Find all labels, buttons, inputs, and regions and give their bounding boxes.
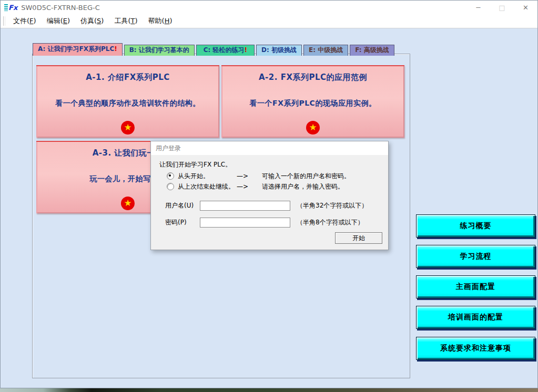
side-button-system-requirements[interactable]: 系统要求和注意事项 xyxy=(416,337,535,360)
menu-help[interactable]: 帮助(H) xyxy=(143,16,178,26)
username-input[interactable] xyxy=(200,201,290,211)
tab-f-advanced-challenge[interactable]: F: 高级挑战 xyxy=(350,45,394,56)
fx-icon-text: Fx xyxy=(8,4,17,11)
fx-icon-stripes xyxy=(4,4,8,11)
side-button-main-screen-config[interactable]: 主画面配置 xyxy=(416,275,535,298)
user-login-dialog: 用户登录 让我们开始学习FX PLC。 从头开始。 —> 可输入一个新的用户名和… xyxy=(150,141,389,250)
maximize-button[interactable]: □ xyxy=(490,1,514,14)
option-start-from-beginning[interactable]: 从头开始。 —> 可输入一个新的用户名和密码。 xyxy=(167,172,350,180)
lesson-card-description: 看一个FX系列PLC的现场应用实例。 xyxy=(221,99,404,108)
tab-b-learn-basics[interactable]: B: 让我们学习基本的 xyxy=(124,45,195,56)
radio-start-from-beginning[interactable] xyxy=(167,172,174,180)
dialog-titlebar[interactable]: 用户登录 xyxy=(151,141,388,155)
password-label: 密码(P) xyxy=(165,218,200,227)
lesson-star-icon[interactable]: ★ xyxy=(306,121,320,135)
window-titlebar[interactable]: Fx SW0D5C-FXTRN-BEG-C ─ □ ✕ xyxy=(1,1,537,14)
lesson-card-title: A-1. 介绍FX系列PLC xyxy=(36,66,219,82)
arrow-glyph: —> xyxy=(237,183,262,190)
side-button-learning-process[interactable]: 学习流程 xyxy=(416,245,535,268)
tab-c-easy-practice[interactable]: C: 轻松的练习! xyxy=(196,45,255,56)
menu-file[interactable]: 文件(F) xyxy=(8,16,42,26)
password-row: 密码(P) （半角8个字符或以下） xyxy=(165,216,364,228)
lesson-card-description: 看一个典型的顺序动作及培训软件的结构。 xyxy=(36,99,219,108)
dialog-body: 让我们开始学习FX PLC。 从头开始。 —> 可输入一个新的用户名和密码。 从… xyxy=(151,155,388,249)
dialog-title: 用户登录 xyxy=(156,144,181,153)
menu-simulation[interactable]: 仿真(S) xyxy=(75,16,109,26)
app-window: Fx SW0D5C-FXTRN-BEG-C ─ □ ✕ 文件(F) 编辑(E) … xyxy=(0,0,538,388)
menu-tools[interactable]: 工具(T) xyxy=(109,16,143,26)
tab-d-beginner-challenge[interactable]: D: 初级挑战 xyxy=(256,45,302,56)
lesson-card-title: A-2. FX系列PLC的应用范例 xyxy=(221,66,404,82)
username-row: 用户名(U) （半角32个字符或以下） xyxy=(165,200,368,211)
side-button-training-screen-config[interactable]: 培训画面的配置 xyxy=(416,306,535,329)
dialog-intro-text: 让我们开始学习FX PLC。 xyxy=(159,160,231,169)
app-fx-icon: Fx xyxy=(4,3,17,12)
arrow-glyph: —> xyxy=(237,172,262,180)
menu-edit[interactable]: 编辑(E) xyxy=(42,16,75,26)
password-note: （半角8个字符或以下） xyxy=(297,218,364,227)
option-continue-from-last[interactable]: 从上次结束处继续。 —> 请选择用户名，并输入密码。 xyxy=(167,182,344,191)
lesson-star-icon[interactable]: ★ xyxy=(121,121,135,135)
tab-e-intermediate-challenge[interactable]: E: 中级挑战 xyxy=(303,45,348,56)
password-input[interactable] xyxy=(200,218,290,228)
side-button-exercise-overview[interactable]: 练习概要 xyxy=(416,214,535,238)
minimize-button[interactable]: ─ xyxy=(466,1,490,14)
window-title: SW0D5C-FXTRN-BEG-C xyxy=(21,4,99,12)
username-label: 用户名(U) xyxy=(165,201,200,210)
lesson-card-a1[interactable]: A-1. 介绍FX系列PLC 看一个典型的顺序动作及培训软件的结构。 ★ xyxy=(36,65,219,138)
start-button[interactable]: 开始 xyxy=(335,232,382,244)
tab-a-learn-fx-plc[interactable]: A: 让我们学习FX系列PLC! xyxy=(33,43,123,56)
lesson-tab-strip: A: 让我们学习FX系列PLC! B: 让我们学习基本的 C: 轻松的练习! D… xyxy=(33,43,396,56)
username-note: （半角32个字符或以下） xyxy=(297,201,368,210)
menubar-grip[interactable] xyxy=(3,16,5,26)
lesson-star-icon[interactable]: ★ xyxy=(121,197,135,210)
menu-bar: 文件(F) 编辑(E) 仿真(S) 工具(T) 帮助(H) xyxy=(1,14,537,28)
radio-continue-from-last[interactable] xyxy=(167,183,174,190)
window-controls: ─ □ ✕ xyxy=(466,1,537,14)
lesson-card-a2[interactable]: A-2. FX系列PLC的应用范例 看一个FX系列PLC的现场应用实例。 ★ xyxy=(221,65,404,138)
close-button[interactable]: ✕ xyxy=(514,1,537,14)
